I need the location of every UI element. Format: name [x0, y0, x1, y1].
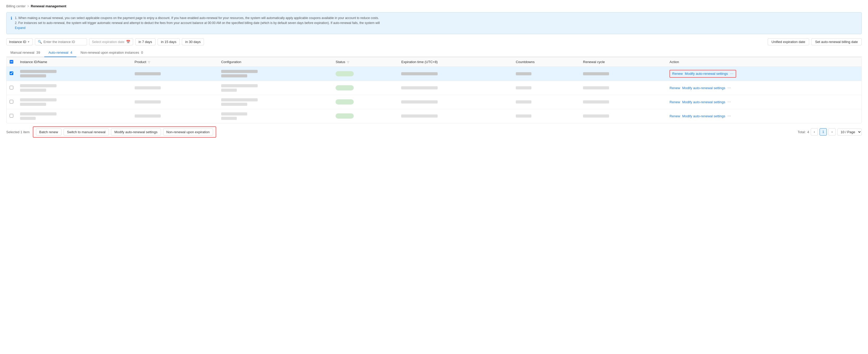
row2-expiration: [398, 81, 513, 95]
row3-config: [218, 95, 333, 109]
row1-status: [332, 66, 398, 81]
in7days-button[interactable]: in 7 days: [135, 38, 156, 46]
col-expiration-time: Expiration time (UTC+8): [398, 57, 513, 67]
row4-renewal-cycle: [580, 109, 666, 123]
page-size-select[interactable]: 10 / Page 20 / Page 50 / Page: [837, 128, 862, 136]
row2-config: [218, 81, 333, 95]
row1-modify-link[interactable]: Modify auto-renewal settings: [685, 72, 728, 76]
row1-expiration: [398, 66, 513, 81]
row4-status: [332, 109, 398, 123]
chevron-down-icon: ▼: [27, 40, 30, 43]
selected-info: Selected 1 item: [6, 130, 30, 134]
tab-auto-renewal-label: Auto-renewal: [49, 51, 68, 55]
row2-checkbox-cell[interactable]: [6, 81, 17, 95]
data-table: Instance ID/Name Product ▽ Configuration…: [6, 57, 862, 123]
row1-action: Renew Modify auto-renewal settings ···: [666, 66, 862, 81]
row4-expiration: [398, 109, 513, 123]
row1-more-icon[interactable]: ···: [730, 71, 733, 76]
row2-status: [332, 81, 398, 95]
row1-checkbox-cell[interactable]: [6, 66, 17, 81]
row1-instance-id: [17, 66, 131, 81]
in30days-button[interactable]: in 30 days: [182, 38, 204, 46]
right-buttons: Unified expiration date Set auto-renewal…: [768, 38, 862, 46]
breadcrumb-current: Renewal management: [31, 4, 66, 8]
row3-checkbox-cell[interactable]: [6, 95, 17, 109]
select-all-header[interactable]: [6, 57, 17, 67]
row4-modify-link[interactable]: Modify auto-renewal settings: [682, 114, 725, 118]
search-box[interactable]: 🔍: [35, 38, 87, 46]
row4-action: Renew Modify auto-renewal settings ···: [666, 109, 862, 123]
col-renewal-cycle: Renewal cycle: [580, 57, 666, 67]
indeterminate-checkbox[interactable]: [10, 60, 13, 64]
row1-renew-link[interactable]: Renew: [672, 72, 683, 76]
row4-product: [131, 109, 218, 123]
pagination: Total: 4 ‹ 1 › 10 / Page 20 / Page 50 / …: [798, 128, 862, 136]
info-icon: ℹ: [11, 16, 12, 31]
row2-action: Renew Modify auto-renewal settings ···: [666, 81, 862, 95]
tab-bar: Manual renewal 39 Auto-renewal 4 Non-ren…: [6, 49, 862, 57]
row4-checkbox[interactable]: [10, 114, 13, 118]
row3-modify-link[interactable]: Modify auto-renewal settings: [682, 100, 725, 104]
row3-checkbox[interactable]: [10, 100, 13, 104]
row2-more-icon[interactable]: ···: [727, 86, 731, 90]
prev-page-button[interactable]: ‹: [811, 128, 818, 136]
breadcrumb-separator: >: [27, 4, 29, 8]
date-placeholder-text: Select expiration date: [92, 40, 125, 44]
in15days-button[interactable]: in 15 days: [158, 38, 180, 46]
breadcrumb-parent[interactable]: Billing center: [6, 4, 26, 8]
row3-more-icon[interactable]: ···: [727, 99, 731, 104]
unified-expiration-date-button[interactable]: Unified expiration date: [768, 38, 809, 46]
row2-checkbox[interactable]: [10, 86, 13, 89]
search-icon: 🔍: [38, 40, 42, 44]
tab-manual-renewal-label: Manual renewal: [10, 51, 34, 55]
row1-renewal-cycle: [580, 66, 666, 81]
search-input[interactable]: [43, 40, 84, 44]
col-countdowns: Countdowns: [513, 57, 580, 67]
tab-manual-renewal[interactable]: Manual renewal 39: [6, 49, 44, 57]
tab-auto-renewal[interactable]: Auto-renewal 4: [44, 49, 76, 57]
row4-renew-link[interactable]: Renew: [670, 114, 680, 118]
batch-renew-button[interactable]: Batch renew: [36, 128, 61, 136]
row2-instance-id: [17, 81, 131, 95]
switch-to-manual-button[interactable]: Switch to manual renewal: [64, 128, 109, 136]
row2-renew-link[interactable]: Renew: [670, 86, 680, 90]
table-row: Renew Modify auto-renewal settings ···: [6, 66, 862, 81]
expand-link[interactable]: Expand: [15, 26, 26, 30]
instance-id-dropdown[interactable]: Instance ID ▼: [6, 38, 33, 46]
tab-non-renewal[interactable]: Non-renewal upon expiration instances 0: [76, 49, 147, 57]
set-auto-renewal-button[interactable]: Set auto-renewal billing date: [811, 38, 862, 46]
row1-checkbox[interactable]: [10, 71, 13, 75]
col-product: Product ▽: [131, 57, 218, 67]
row3-action: Renew Modify auto-renewal settings ···: [666, 95, 862, 109]
row4-more-icon[interactable]: ···: [727, 114, 731, 118]
page-1-button[interactable]: 1: [819, 128, 827, 136]
modify-auto-renewal-button[interactable]: Modify auto-renewal settings: [111, 128, 161, 136]
row3-instance-id: [17, 95, 131, 109]
row3-countdowns: [513, 95, 580, 109]
next-page-button[interactable]: ›: [828, 128, 836, 136]
row1-product: [131, 66, 218, 81]
table-row: Renew Modify auto-renewal settings ···: [6, 109, 862, 123]
row4-instance-id: [17, 109, 131, 123]
notice-box: ℹ 1. When making a manual renewal, you c…: [6, 12, 862, 34]
row1-config: [218, 66, 333, 81]
status-filter-icon[interactable]: ▽: [347, 60, 349, 64]
tab-non-renewal-label: Non-renewal upon expiration instances: [81, 51, 139, 55]
col-status: Status ▽: [332, 57, 398, 67]
tab-manual-renewal-count: 39: [36, 51, 40, 55]
non-renewal-button[interactable]: Non-renewal upon expiration: [163, 128, 213, 136]
tab-auto-renewal-count: 4: [70, 51, 72, 55]
row2-modify-link[interactable]: Modify auto-renewal settings: [682, 86, 725, 90]
row2-countdowns: [513, 81, 580, 95]
date-picker[interactable]: Select expiration date 📅: [89, 38, 133, 46]
product-filter-icon[interactable]: ▽: [148, 60, 150, 64]
table-row: Renew Modify auto-renewal settings ···: [6, 81, 862, 95]
col-action: Action: [666, 57, 862, 67]
col-configuration: Configuration: [218, 57, 333, 67]
batch-action-group: Batch renew Switch to manual renewal Mod…: [33, 126, 216, 138]
row3-renew-link[interactable]: Renew: [670, 100, 680, 104]
row4-checkbox-cell[interactable]: [6, 109, 17, 123]
notice-text: 1. When making a manual renewal, you can…: [15, 16, 380, 31]
row2-product: [131, 81, 218, 95]
row3-renewal-cycle: [580, 95, 666, 109]
